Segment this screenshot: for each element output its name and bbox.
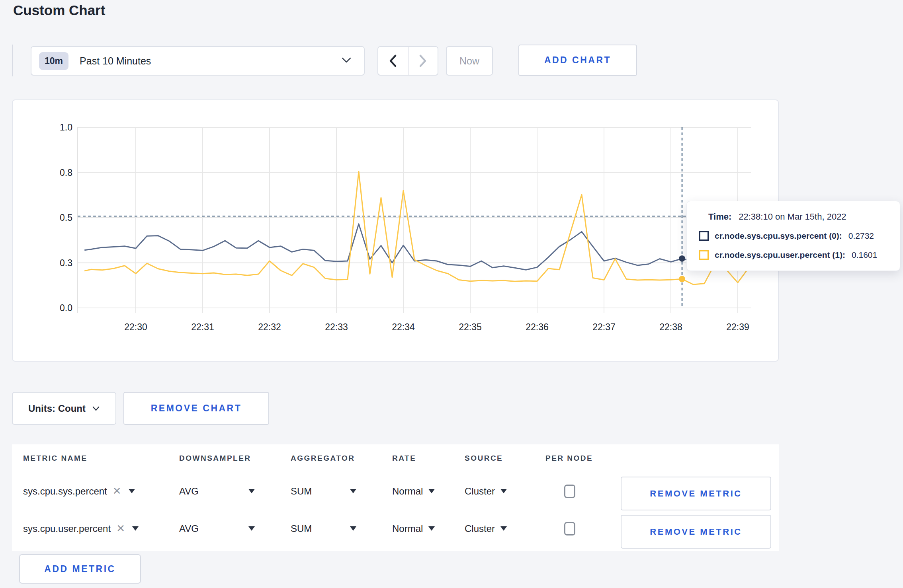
tooltip-series-label: cr.node.sys.cpu.sys.percent (0): [715, 231, 842, 241]
units-dropdown[interactable]: Units: Count [12, 392, 116, 425]
source-dropdown[interactable]: Cluster [453, 523, 530, 534]
timeseries-chart[interactable]: 0.00.30.50.81.022:3022:3122:3222:3322:34… [13, 100, 780, 362]
tooltip-series-row: cr.node.sys.cpu.sys.percent (0): 0.2732 [699, 231, 900, 241]
tooltip-series-value: 0.2732 [848, 231, 874, 241]
y-tick-label: 0.8 [60, 167, 72, 178]
time-range-label: Past 10 Minutes [80, 55, 151, 67]
x-tick-label: 22:37 [592, 322, 616, 332]
tooltip-series-value: 0.1601 [852, 250, 877, 260]
metrics-table-header: METRIC NAME DOWNSAMPLER AGGREGATOR RATE … [12, 444, 779, 472]
tooltip-time-row: Time:22:38:10 on Mar 15th, 2022 [708, 212, 900, 222]
series-user-swatch-icon [699, 250, 709, 260]
metric-name-dropdown[interactable]: sys.cpu.sys.percent ✕ [12, 485, 168, 497]
controls-left-divider [12, 45, 13, 76]
caret-down-icon[interactable] [132, 526, 139, 531]
series-sys-swatch-icon [699, 231, 709, 241]
downsampler-value: AVG [179, 486, 199, 497]
caret-down-icon [428, 489, 435, 493]
tooltip-time-value: 22:38:10 on Mar 15th, 2022 [739, 212, 846, 222]
metric-name-value: sys.cpu.sys.percent [23, 486, 107, 497]
clear-metric-icon[interactable]: ✕ [116, 522, 125, 535]
chevron-left-icon [389, 54, 397, 68]
column-header-per-node: PER NODE [530, 454, 608, 463]
column-header-metric-name: METRIC NAME [12, 454, 168, 463]
per-node-cell [530, 522, 608, 535]
caret-down-icon [350, 489, 356, 493]
now-button[interactable]: Now [446, 46, 493, 76]
clear-metric-icon[interactable]: ✕ [113, 485, 121, 497]
column-header-downsampler: DOWNSAMPLER [168, 454, 280, 463]
source-value: Cluster [465, 523, 495, 534]
x-tick-label: 22:38 [659, 322, 682, 332]
column-header-rate: RATE [381, 454, 453, 463]
y-tick-label: 0.3 [60, 258, 72, 268]
column-header-source: SOURCE [453, 454, 530, 463]
time-range-dropdown[interactable]: 10m Past 10 Minutes [31, 46, 365, 76]
column-header-aggregator: AGGREGATOR [280, 454, 381, 463]
caret-down-icon [428, 526, 435, 531]
x-tick-label: 22:32 [258, 322, 281, 332]
metrics-table: METRIC NAME DOWNSAMPLER AGGREGATOR RATE … [12, 444, 779, 551]
aggregator-dropdown[interactable]: SUM [280, 486, 381, 497]
metric-name-dropdown[interactable]: sys.cpu.user.percent ✕ [12, 522, 168, 535]
remove-metric-button[interactable]: REMOVE METRIC [621, 515, 771, 549]
add-chart-button[interactable]: ADD CHART [518, 45, 637, 76]
caret-down-icon [500, 489, 507, 493]
y-tick-label: 0.5 [60, 212, 72, 223]
source-value: Cluster [465, 486, 495, 497]
units-label: Units: Count [28, 403, 86, 414]
aggregator-value: SUM [291, 486, 312, 497]
tooltip-series-label: cr.node.sys.cpu.user.percent (1): [715, 250, 845, 260]
caret-down-icon[interactable] [129, 489, 135, 493]
remove-chart-button[interactable]: REMOVE CHART [123, 392, 269, 425]
rate-value: Normal [392, 523, 423, 534]
metric-name-value: sys.cpu.user.percent [23, 523, 111, 534]
caret-down-icon [248, 526, 255, 531]
per-node-cell [530, 485, 608, 498]
y-tick-label: 1.0 [60, 122, 72, 132]
downsampler-dropdown[interactable]: AVG [168, 523, 280, 534]
time-nav-group [377, 46, 438, 76]
remove-metric-button[interactable]: REMOVE METRIC [621, 477, 771, 510]
x-tick-label: 22:35 [459, 322, 482, 332]
chart-card: 0.00.30.50.81.022:3022:3122:3222:3322:34… [12, 99, 779, 362]
y-tick-label: 0.0 [60, 303, 72, 313]
prev-time-button[interactable] [378, 47, 408, 75]
x-tick-label: 22:31 [191, 322, 214, 332]
chevron-down-icon [92, 406, 100, 411]
caret-down-icon [248, 489, 255, 493]
per-node-checkbox[interactable] [564, 485, 575, 498]
hover-dot-sys [679, 255, 685, 262]
page-title: Custom Chart [13, 2, 105, 18]
x-tick-label: 22:39 [726, 322, 749, 332]
aggregator-value: SUM [291, 523, 312, 534]
rate-dropdown[interactable]: Normal [381, 486, 453, 497]
rate-value: Normal [392, 486, 423, 497]
rate-dropdown[interactable]: Normal [381, 523, 453, 534]
tooltip-series-row: cr.node.sys.cpu.user.percent (1): 0.1601 [699, 250, 900, 260]
x-tick-label: 22:30 [124, 322, 147, 332]
caret-down-icon [500, 526, 507, 531]
chevron-right-icon [418, 54, 427, 68]
aggregator-dropdown[interactable]: SUM [280, 523, 381, 534]
chevron-down-icon [341, 56, 352, 66]
hover-dot-user [679, 276, 685, 282]
next-time-button[interactable] [408, 47, 438, 75]
downsampler-dropdown[interactable]: AVG [168, 486, 280, 497]
tooltip-time-label: Time: [708, 212, 731, 222]
per-node-checkbox[interactable] [564, 522, 575, 535]
time-range-badge: 10m [39, 52, 68, 70]
x-tick-label: 22:36 [526, 322, 549, 332]
chart-tooltip: Time:22:38:10 on Mar 15th, 2022 cr.node.… [686, 201, 900, 271]
add-metric-button[interactable]: ADD METRIC [19, 554, 141, 584]
x-tick-label: 22:33 [325, 322, 348, 332]
series-line-user [84, 171, 751, 284]
caret-down-icon [350, 526, 356, 531]
x-tick-label: 22:34 [392, 322, 415, 332]
source-dropdown[interactable]: Cluster [453, 486, 530, 497]
downsampler-value: AVG [179, 523, 199, 534]
